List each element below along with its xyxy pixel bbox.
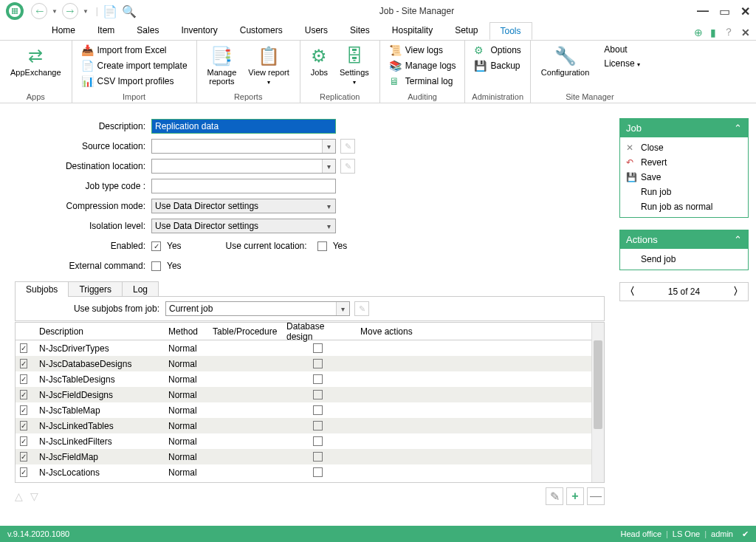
isolation-level-combo[interactable]: Use Data Director settings▾ bbox=[151, 219, 336, 233]
menu-item-tools[interactable]: Tools bbox=[489, 22, 532, 40]
menu-item-hospitality[interactable]: Hospitality bbox=[381, 21, 444, 39]
ribbon-csv-profiles-button[interactable]: 📊CSV Import profiles bbox=[78, 74, 190, 89]
row-db-checkbox[interactable] bbox=[313, 374, 323, 384]
row-checkbox[interactable]: ✓ bbox=[20, 359, 27, 368]
pager-next-button[interactable]: 〉 bbox=[733, 285, 743, 298]
grid-header-description[interactable]: Description bbox=[35, 326, 164, 337]
menu-item-sales[interactable]: Sales bbox=[126, 21, 170, 39]
job-type-input[interactable] bbox=[151, 179, 336, 193]
table-row[interactable]: ✓N-JscFieldMapNormal bbox=[16, 449, 591, 464]
ribbon-backup-button[interactable]: 💾Backup bbox=[471, 58, 523, 73]
job-revert-button[interactable]: ↶Revert bbox=[620, 155, 748, 170]
window-maximize-button[interactable]: ▭ bbox=[719, 4, 730, 18]
ribbon-configuration-button[interactable]: 🔧Configuration bbox=[537, 43, 594, 92]
menu-add-icon[interactable]: ⊕ bbox=[694, 27, 703, 38]
destination-location-combo[interactable]: ▾ bbox=[151, 159, 336, 174]
grid-header-table[interactable]: Table/Procedure bbox=[208, 326, 282, 337]
table-row[interactable]: ✓N-JscTableMapNormal bbox=[16, 402, 591, 418]
external-command-checkbox[interactable] bbox=[151, 261, 161, 271]
row-db-checkbox[interactable] bbox=[313, 343, 323, 353]
menu-item-inventory[interactable]: Inventory bbox=[170, 21, 228, 39]
menu-help-icon[interactable]: ？ bbox=[724, 26, 734, 39]
row-db-checkbox[interactable] bbox=[313, 436, 323, 446]
add-row-button[interactable]: + bbox=[566, 487, 584, 505]
job-run-normal-button[interactable]: Run job as normal bbox=[620, 199, 748, 214]
window-close-button[interactable]: ✕ bbox=[740, 4, 750, 18]
ribbon-view-logs-button[interactable]: 📜View logs bbox=[386, 43, 459, 58]
row-db-checkbox[interactable] bbox=[313, 421, 323, 430]
grid-scrollbar[interactable] bbox=[591, 323, 604, 482]
row-db-checkbox[interactable] bbox=[313, 359, 323, 368]
ribbon-manage-reports-button[interactable]: 📑Managereports bbox=[203, 43, 241, 92]
row-checkbox[interactable]: ✓ bbox=[20, 452, 27, 462]
ribbon-settings-button[interactable]: 🗄Settings▾ bbox=[335, 43, 374, 92]
menu-item-setup[interactable]: Setup bbox=[444, 21, 489, 39]
remove-row-button[interactable]: — bbox=[587, 487, 605, 505]
menu-item-item[interactable]: Item bbox=[86, 21, 126, 39]
row-checkbox[interactable]: ✓ bbox=[20, 374, 27, 384]
row-checkbox[interactable]: ✓ bbox=[20, 467, 27, 477]
send-job-button[interactable]: Send job bbox=[620, 252, 748, 267]
use-subjobs-edit-button[interactable]: ✎ bbox=[354, 301, 369, 316]
ribbon-about-button[interactable]: About bbox=[601, 43, 643, 56]
move-up-button[interactable]: △ bbox=[15, 490, 23, 502]
qat-search-icon[interactable]: 🔍 bbox=[122, 4, 137, 18]
table-row[interactable]: ✓N-JscLinkedTablesNormal bbox=[16, 418, 591, 433]
table-row[interactable]: ✓N-JscTableDesignsNormal bbox=[16, 371, 591, 387]
menu-store-icon[interactable]: ▮ bbox=[710, 27, 716, 38]
grid-header-database-design[interactable]: Database design bbox=[282, 323, 356, 342]
window-minimize-button[interactable]: — bbox=[697, 4, 709, 18]
ribbon-import-excel-button[interactable]: 📥Import from Excel bbox=[78, 43, 190, 58]
job-panel-header[interactable]: Job ⌃ bbox=[620, 119, 748, 137]
menu-close-icon[interactable]: ✕ bbox=[741, 27, 750, 38]
nav-back-dropdown[interactable]: ▼ bbox=[52, 8, 58, 15]
enabled-checkbox[interactable]: ✓ bbox=[151, 241, 161, 251]
pager-prev-button[interactable]: 〈 bbox=[625, 285, 635, 298]
ribbon-terminal-log-button[interactable]: 🖥Terminal log bbox=[386, 74, 459, 89]
use-subjobs-combo[interactable]: Current job▾ bbox=[165, 301, 350, 316]
menu-item-customers[interactable]: Customers bbox=[229, 21, 294, 39]
tab-triggers[interactable]: Triggers bbox=[68, 281, 123, 297]
row-checkbox[interactable]: ✓ bbox=[20, 436, 27, 446]
row-db-checkbox[interactable] bbox=[313, 467, 323, 477]
table-row[interactable]: ✓N-JscDatabaseDesignsNormal bbox=[16, 356, 591, 371]
tab-subjobs[interactable]: Subjobs bbox=[15, 281, 69, 297]
grid-header-method[interactable]: Method bbox=[164, 326, 208, 337]
row-checkbox[interactable]: ✓ bbox=[20, 343, 27, 353]
table-row[interactable]: ✓N-JscDriverTypesNormal bbox=[16, 340, 591, 356]
edit-row-button[interactable]: ✎ bbox=[546, 487, 563, 505]
row-db-checkbox[interactable] bbox=[313, 390, 323, 399]
nav-forward-dropdown[interactable]: ▼ bbox=[83, 8, 89, 15]
use-current-location-checkbox[interactable] bbox=[317, 241, 327, 251]
row-checkbox[interactable]: ✓ bbox=[20, 405, 27, 415]
table-row[interactable]: ✓N-JscFieldDesignsNormal bbox=[16, 387, 591, 402]
ribbon-manage-logs-button[interactable]: 📚Manage logs bbox=[386, 58, 459, 73]
description-input[interactable] bbox=[151, 119, 336, 134]
tab-log[interactable]: Log bbox=[122, 281, 159, 297]
job-run-button[interactable]: Run job bbox=[620, 185, 748, 199]
ribbon-jobs-button[interactable]: ⚙Jobs bbox=[306, 43, 332, 92]
menu-item-users[interactable]: Users bbox=[294, 21, 339, 39]
row-checkbox[interactable]: ✓ bbox=[20, 421, 27, 430]
ribbon-appexchange-button[interactable]: ⇄ AppExchange bbox=[6, 43, 66, 92]
scrollbar-thumb[interactable] bbox=[594, 340, 602, 429]
menu-item-sites[interactable]: Sites bbox=[339, 21, 381, 39]
row-db-checkbox[interactable] bbox=[313, 405, 323, 415]
row-checkbox[interactable]: ✓ bbox=[20, 390, 27, 399]
source-location-edit-button[interactable]: ✎ bbox=[340, 139, 355, 154]
move-down-button[interactable]: ▽ bbox=[30, 490, 38, 502]
status-check-icon[interactable]: ✔ bbox=[742, 529, 749, 539]
table-row[interactable]: ✓N-JscLinkedFiltersNormal bbox=[16, 433, 591, 449]
compression-mode-combo[interactable]: Use Data Director settings▾ bbox=[151, 199, 336, 213]
menu-item-home[interactable]: Home bbox=[41, 21, 86, 39]
ribbon-license-button[interactable]: License ▾ bbox=[601, 57, 643, 70]
nav-forward-button[interactable]: 🡒 bbox=[62, 3, 78, 19]
ribbon-options-button[interactable]: ⚙Options bbox=[471, 43, 523, 58]
ribbon-create-template-button[interactable]: 📄Create import template bbox=[78, 58, 190, 73]
source-location-combo[interactable]: ▾ bbox=[151, 139, 336, 154]
table-row[interactable]: ✓N-JscLocationsNormal bbox=[16, 464, 591, 480]
job-save-button[interactable]: 💾Save bbox=[620, 170, 748, 185]
grid-header-move-actions[interactable]: Move actions bbox=[356, 326, 430, 337]
actions-panel-header[interactable]: Actions ⌃ bbox=[620, 230, 748, 249]
nav-back-button[interactable]: 🡐 bbox=[31, 3, 47, 19]
